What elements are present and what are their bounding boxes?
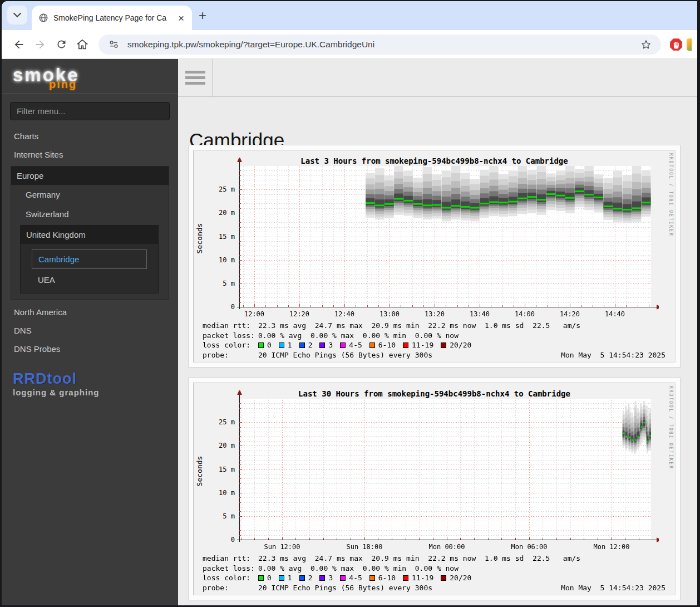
tab-strip: SmokePing Latency Page for Ca × + [2,1,697,30]
loss-color-swatch [279,342,284,348]
x-tick: 12:00 [229,310,279,318]
loss-color-item: 1 [279,573,292,583]
smokeping-logo: smoke ping [2,59,178,94]
loss-color-swatch [369,575,375,581]
loss-color-swatch [279,575,284,581]
smoke-plot-canvas [233,390,659,545]
sidebar-item-switzerland[interactable]: Switzerland [11,204,169,224]
loss-color-item: 0 [258,573,272,583]
loss-color-swatch [441,575,446,581]
y-tick: 20 m [200,209,235,217]
adblock-extension-icon[interactable] [668,36,684,53]
loss-color-item: 20/20 [441,573,471,583]
sidebar-item-dns-probes[interactable]: DNS Probes [2,340,178,358]
logo-ping-text: ping [49,78,77,91]
probe-value: 20 ICMP Echo Pings (56 Bytes) every 300s [258,350,561,360]
graph-legend: median rtt:22.3 ms avg 24.7 ms max 20.9 … [203,554,666,593]
x-tick: 14:00 [500,310,550,318]
loss-color-swatch [319,342,325,348]
sidebar-item-united-kingdom[interactable]: United Kingdom [21,226,158,244]
x-tick: Mon 06:00 [504,543,554,551]
loss-color-swatch [403,342,408,348]
x-tick: 13:20 [410,310,460,318]
loss-color-item: 2 [299,573,313,583]
loss-color-swatch [369,342,375,348]
rrdtool-logo-title: RRDtool [13,370,178,388]
rrdtool-watermark: RRDTOOL / TOBI OETIKER [668,153,673,237]
loss-color-swatch [258,342,264,348]
tab-close-icon[interactable]: × [176,12,186,24]
loss-color-item: 0 [258,340,272,350]
loss-color-label: loss color: [203,573,258,583]
globe-favicon-icon [38,13,48,23]
sidebar-item-uea[interactable]: UEA [32,271,147,288]
x-tick: Sun 18:00 [339,543,390,551]
main-content: Cambridge Last 3 Hours from smokeping-59… [178,59,697,605]
sidebar-item-north-america[interactable]: North America [2,303,178,321]
graph-timestamp: Mon May 5 14:54:23 2025 [561,350,666,360]
sidebar: smoke ping Charts Internet Sites Europe … [2,59,178,605]
site-settings-icon[interactable] [105,36,122,53]
filter-menu-input[interactable] [10,102,170,120]
y-tick: 10 m [200,256,235,264]
tab-search-button[interactable] [7,6,27,25]
loss-color-item: 6-10 [369,340,396,350]
sidebar-item-germany[interactable]: Germany [11,185,169,204]
url-text[interactable]: smokeping.tpk.pw/smokeping/?target=Europ… [127,40,632,50]
tab-title: SmokePing Latency Page for Ca [53,13,171,22]
rrd-graph-3h: Last 3 Hours from smokeping-594bc499b8-n… [193,150,676,363]
rrdtool-watermark: RRDTOOL / TOBI OETIKER [668,386,673,469]
y-tick: 10 m [200,489,235,497]
reload-button[interactable] [52,35,71,54]
probe-label: probe: [203,583,258,593]
loss-color-swatch [340,575,346,581]
median-rtt-label: median rtt: [203,554,258,564]
probe-label: probe: [203,350,258,360]
loss-color-scale: 01234-56-1011-1920/20 [258,340,479,350]
clipped-extension-icon[interactable] [687,38,692,51]
browser-toolbar: smokeping.tpk.pw/smokeping/?target=Europ… [2,30,697,59]
loss-color-item: 2 [299,340,313,350]
graph-legend: median rtt:22.3 ms avg 24.7 ms max 20.9 … [203,321,666,360]
new-tab-button[interactable]: + [199,9,206,22]
graph-panel-3h: Last 3 Hours from smokeping-594bc499b8-n… [188,145,681,368]
active-tab[interactable]: SmokePing Latency Page for Ca × [32,6,192,30]
sidebar-item-cambridge-selected[interactable]: Cambridge [32,249,147,269]
y-tick: 0 [200,536,235,544]
y-tick: 25 m [200,185,235,193]
loss-color-swatch [258,575,264,581]
sidebar-item-internet-sites[interactable]: Internet Sites [2,145,178,164]
sidebar-item-charts[interactable]: Charts [2,127,178,145]
loss-color-item: 11-19 [403,573,433,583]
loss-color-swatch [299,342,305,348]
hamburger-menu-icon[interactable] [184,59,212,97]
loss-color-scale: 01234-56-1011-1920/20 [258,573,479,583]
sidebar-item-europe[interactable]: Europe [11,167,169,185]
y-tick: 15 m [200,466,235,473]
loss-color-swatch [319,575,325,581]
loss-color-label: loss color: [203,340,258,350]
bookmark-star-icon[interactable] [638,36,654,53]
x-tick: 14:20 [545,310,595,318]
united-kingdom-group: United Kingdom Cambridge UEA [20,225,159,293]
y-tick: 0 [200,303,235,311]
address-bar[interactable]: smokeping.tpk.pw/smokeping/?target=Europ… [98,35,661,55]
y-tick: 5 m [200,512,235,520]
sidebar-nav: Charts Internet Sites Europe Germany Swi… [2,126,178,358]
back-button[interactable] [9,35,28,54]
loss-color-item: 1 [279,340,292,350]
smoke-plot-canvas [233,158,659,312]
median-rtt-value: 22.3 ms avg 24.7 ms max 20.9 ms min 22.2… [258,554,580,564]
y-tick: 5 m [200,280,235,287]
loss-color-item: 6-10 [369,573,396,583]
sidebar-item-dns[interactable]: DNS [2,321,178,340]
forward-arrow-icon [34,38,46,51]
browser-window: SmokePing Latency Page for Ca × + smokep… [0,0,700,607]
loss-color-swatch [403,575,408,581]
forward-button[interactable] [31,35,50,54]
rrdtool-logo[interactable]: RRDtool logging & graphing [13,370,178,397]
packet-loss-label: packet loss: [203,331,258,341]
loss-color-item: 4-5 [340,340,362,350]
loss-color-item: 11-19 [403,340,433,350]
home-button[interactable] [73,35,92,54]
